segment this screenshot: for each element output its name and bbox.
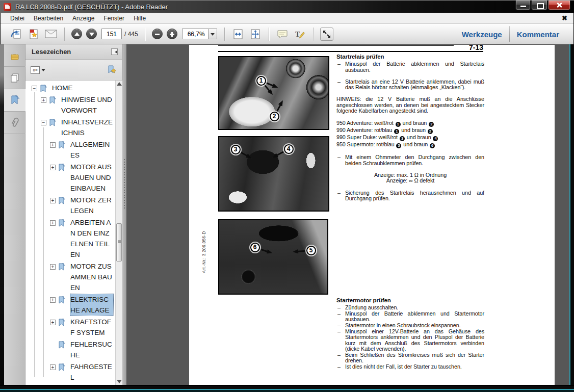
photo-batteriefach: 65 <box>218 219 328 295</box>
sign-document-icon[interactable]: T <box>293 28 306 40</box>
startermotor-step: –Ist dies nicht der Fall, ist der Starte… <box>336 364 484 370</box>
startermotor-step: –Zündung ausschalten. <box>336 305 484 310</box>
zoom-level-select[interactable]: 66,7% <box>182 29 217 39</box>
collapse-panel-button[interactable] <box>111 48 118 55</box>
startermotor-step: –Beim Schließen des Stromkreises muß sic… <box>336 352 484 364</box>
bookmark-options-button[interactable]: 8= <box>31 66 45 74</box>
bookmark-label: ELEKTRISCHE ANLAGE <box>70 294 113 316</box>
werkzeuge-button[interactable]: Werkzeuge <box>455 30 509 39</box>
kabelfarben-list: 950 Adventure: weiß/rot 1 und braun 2990… <box>336 120 484 148</box>
create-pdf-icon[interactable] <box>27 28 40 40</box>
bookmark-item-motor-zerlegen[interactable]: +MOTOR ZERLEGEN <box>25 195 115 216</box>
bookmark-item-fehlersuche[interactable]: FEHLERSUCHE <box>25 339 115 360</box>
menu-hilfe[interactable]: Hilfe <box>129 13 150 23</box>
scroll-down-icon[interactable] <box>117 380 122 383</box>
open-file-icon[interactable] <box>10 28 23 40</box>
zoom-out-button[interactable] <box>152 29 163 39</box>
bookmark-item-arbeiten-an-den-einzelnen-teilen[interactable]: +ARBEITEN AN DEN EINZELNEN TEILEN <box>25 217 115 260</box>
security-lock-icon[interactable] <box>4 44 25 67</box>
menu-fenster[interactable]: Fenster <box>99 13 129 23</box>
startrelais-step: –Sicherung des Startrelais herausnehmen … <box>336 190 484 202</box>
menu-bearbeiten[interactable]: Bearbeiten <box>29 13 68 23</box>
bookmark-flag-icon <box>40 85 47 93</box>
startrelais-step: –Startrelais an eine 12 V Batterie ankle… <box>336 79 484 91</box>
menubar-close-icon[interactable]: ✖ <box>562 14 567 22</box>
maximize-button[interactable] <box>531 1 547 10</box>
fullscreen-icon[interactable] <box>320 28 333 41</box>
panel-resize-divider[interactable] <box>122 44 126 385</box>
startermotor-step: –Startermotor in einen Schraubstock eins… <box>336 323 484 328</box>
bookmarks-tree: −HOME+HINWEISE UND VORWORT−INHALTSVERZEI… <box>25 81 115 385</box>
bookmark-item-motor-zusammen-bauen[interactable]: +MOTOR ZUSAMMEN BAUEN <box>25 261 115 293</box>
bookmarks-panel-toolbar: 8= <box>25 60 122 81</box>
comment-bubble-icon[interactable] <box>276 28 289 40</box>
scroll-up-icon[interactable] <box>117 82 122 86</box>
bookmark-item-kraftstoff-system[interactable]: +KRAFTSTOFF SYSTEM <box>25 317 115 338</box>
zoom-level-value: 66,7% <box>182 29 208 39</box>
bookmark-item-hinweise-und-vorwort[interactable]: +HINWEISE UND VORWORT <box>25 94 115 116</box>
expand-plus-icon[interactable]: + <box>50 297 56 303</box>
bookmarks-scrollbar[interactable] <box>115 81 122 385</box>
page-total-label: / 445 <box>124 31 138 38</box>
collapse-minus-icon[interactable]: − <box>32 86 37 91</box>
options-caret-icon <box>41 69 45 73</box>
previous-page-button[interactable] <box>71 29 82 39</box>
window-title: RA LC8 2008-D.pdf (GESCHÜTZT) - Adobe Re… <box>15 3 168 11</box>
bookmark-item-allgemeines[interactable]: +ALLGEMEINES <box>25 139 115 161</box>
set-bookmark-icon[interactable] <box>107 65 117 75</box>
kommentar-button[interactable]: Kommentar <box>510 30 566 39</box>
expand-plus-icon[interactable]: + <box>50 320 56 325</box>
window-right-border <box>569 44 574 392</box>
photo-callout-5: 5 <box>306 246 316 255</box>
bookmark-label: INHALTSVERZEICHNIS <box>61 117 114 138</box>
attachments-paperclip-icon[interactable] <box>4 112 25 134</box>
startermotor-step: –Minuspol einer 12V-Batterie an das Gehä… <box>336 329 484 352</box>
bookmark-label: MOTOR ZERLEGEN <box>70 195 113 216</box>
zoom-dropdown-arrow-icon[interactable] <box>208 29 217 39</box>
menu-anzeige[interactable]: Anzeige <box>68 13 99 23</box>
bookmark-item-elektrische-anlage[interactable]: +ELEKTRISCHE ANLAGE <box>25 294 115 316</box>
expand-plus-icon[interactable]: + <box>50 220 56 226</box>
bookmark-flag-icon <box>49 119 57 127</box>
bookmark-item-motor-ausbauen-und-einbauen[interactable]: +MOTOR AUSBAUEN UND EINBAUEN <box>25 162 115 194</box>
callout-arrow <box>259 247 273 255</box>
bookmarks-panel-icon[interactable] <box>4 89 26 112</box>
startrelais-step: –Minuspol der Batterie abklemmen und Sta… <box>336 61 484 73</box>
bookmark-item-home[interactable]: −HOME <box>25 83 115 93</box>
scrollbar-thumb[interactable] <box>116 223 122 262</box>
hinweis-paragraph: HINWEIS: die 12 V Batterie muß an die An… <box>336 96 484 114</box>
startermotor-heading: Startermotor prüfen <box>336 298 484 303</box>
email-icon[interactable] <box>44 28 58 40</box>
expand-plus-icon[interactable]: + <box>50 165 56 170</box>
expand-plus-icon[interactable]: + <box>50 264 56 270</box>
photo-callout-3: 3 <box>231 145 241 154</box>
bookmark-flag-icon <box>58 197 66 205</box>
bookmark-flag-icon <box>58 263 66 272</box>
window-bottom-border <box>0 385 574 392</box>
callout-number-badge: 2 <box>428 129 433 134</box>
bookmark-flag-icon <box>58 341 66 350</box>
fit-width-icon[interactable] <box>231 28 245 40</box>
callout-arrow <box>275 99 285 113</box>
fit-page-icon[interactable] <box>249 28 262 40</box>
startermotor-section: Startermotor prüfen –Zündung ausschalten… <box>336 298 484 370</box>
page-thumbnails-icon[interactable] <box>4 67 25 89</box>
title-bar[interactable]: RA LC8 2008-D.pdf (GESCHÜTZT) - Adobe Re… <box>0 0 574 13</box>
bookmark-label: MOTOR AUSBAUEN UND EINBAUEN <box>70 162 113 194</box>
expand-plus-icon[interactable]: + <box>50 364 56 370</box>
bookmark-item-inhaltsverzeichnis[interactable]: −INHALTSVERZEICHNIS <box>25 117 115 138</box>
expand-plus-icon[interactable]: + <box>50 142 56 148</box>
bookmark-label: MOTOR ZUSAMMEN BAUEN <box>70 261 113 293</box>
zoom-in-button[interactable] <box>167 29 177 39</box>
minimize-button[interactable] <box>515 1 531 10</box>
expand-plus-icon[interactable]: + <box>50 198 56 203</box>
expand-plus-icon[interactable]: + <box>41 97 46 103</box>
callout-arrow <box>271 149 285 160</box>
bookmark-item-fahrgestel[interactable]: +FAHRGESTEL <box>25 361 115 383</box>
collapse-minus-icon[interactable]: − <box>41 120 46 125</box>
close-button[interactable] <box>548 1 570 10</box>
menu-datei[interactable]: Datei <box>6 13 29 23</box>
next-page-button[interactable] <box>86 29 97 39</box>
bookmark-flag-icon <box>49 96 57 105</box>
page-number-input[interactable] <box>101 29 122 39</box>
